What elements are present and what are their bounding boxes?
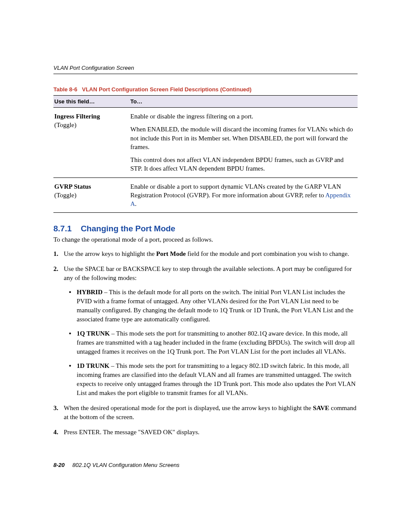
table-row: Ingress Filtering (Toggle) Enable or dis… xyxy=(53,108,358,178)
section-intro: To change the operational mode of a port… xyxy=(53,236,358,243)
section-number: 8.7.1 xyxy=(53,224,72,233)
section-title: Changing the Port Mode xyxy=(81,224,175,233)
step-item: Press ENTER. The message "SAVED OK" disp… xyxy=(64,428,358,437)
field-descriptions-table: Use this field… To… Ingress Filtering (T… xyxy=(53,95,358,213)
step-bold: Port Mode xyxy=(156,250,186,257)
table-header-to: To… xyxy=(130,96,358,108)
field-description-paragraph: Enable or disable a port to support dyna… xyxy=(131,182,355,208)
mode-item: HYBRID – This is the default mode for al… xyxy=(77,288,358,324)
mode-item: 1Q TRUNK – This mode sets the port for t… xyxy=(77,329,358,356)
running-header: VLAN Port Configuration Screen xyxy=(53,65,358,74)
steps-list: Use the arrow keys to highlight the Port… xyxy=(53,249,358,437)
step-bold: SAVE xyxy=(313,404,329,411)
field-description-paragraph: This control does not affect VLAN indepe… xyxy=(131,156,355,173)
table-caption-label: Table 8-6 xyxy=(53,86,77,93)
mode-name: 1D TRUNK xyxy=(77,362,109,369)
field-description-paragraph: Enable or disable the ingress filtering … xyxy=(131,112,355,121)
mode-name: 1Q TRUNK xyxy=(77,330,110,337)
section-heading: 8.7.1 Changing the Port Mode xyxy=(53,224,358,233)
step-item: Use the arrow keys to highlight the Port… xyxy=(64,249,358,258)
mode-name: HYBRID xyxy=(77,289,103,296)
field-name-primary: GVRP Status xyxy=(54,183,91,190)
page-footer: 8-20802.1Q VLAN Configuration Menu Scree… xyxy=(53,462,180,468)
field-name-secondary: (Toggle) xyxy=(54,121,76,128)
field-name-secondary: (Toggle) xyxy=(54,192,76,199)
document-page: VLAN Port Configuration Screen Table 8-6… xyxy=(0,0,411,437)
table-header-field: Use this field… xyxy=(53,96,130,108)
page-number: 8-20 xyxy=(53,462,65,468)
step-item: Use the SPACE bar or BACKSPACE key to st… xyxy=(64,264,358,398)
chapter-title: 802.1Q VLAN Configuration Menu Screens xyxy=(72,462,180,468)
field-description-paragraph: When ENABLED, the module will discard th… xyxy=(131,125,355,151)
table-caption-text: VLAN Port Configuration Screen Field Des… xyxy=(82,86,252,93)
mode-text: – This is the default mode for all ports… xyxy=(77,289,353,323)
table-caption: Table 8-6 VLAN Port Configuration Screen… xyxy=(53,86,358,93)
mode-text: – This mode sets the port for transmitti… xyxy=(77,330,355,355)
mode-item: 1D TRUNK – This mode sets the port for t… xyxy=(77,361,358,398)
step-item: When the desired operational mode for th… xyxy=(64,404,358,422)
field-name-primary: Ingress Filtering xyxy=(54,113,100,120)
mode-text: – This mode sets the port for transmitti… xyxy=(77,362,356,396)
table-row: GVRP Status (Toggle) Enable or disable a… xyxy=(53,177,358,213)
modes-list: HYBRID – This is the default mode for al… xyxy=(64,288,358,398)
